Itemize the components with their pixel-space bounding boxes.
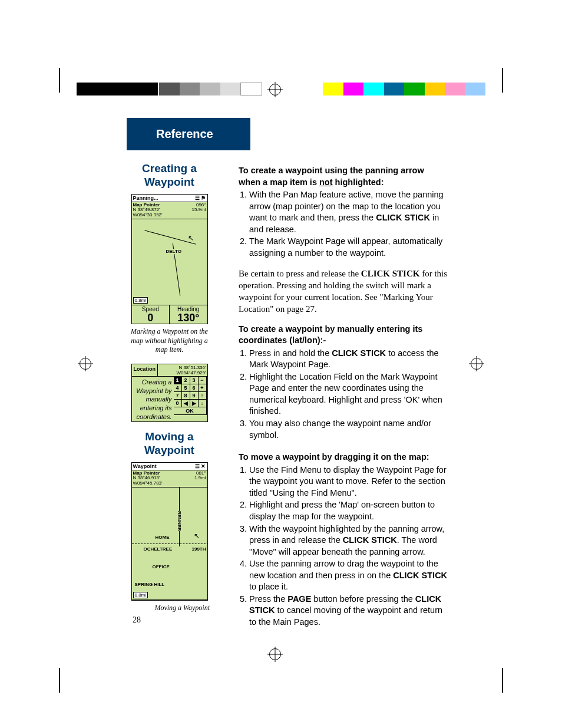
registration-mark	[471, 358, 482, 370]
paragraph-1: Be certain to press and release the CLIC…	[239, 268, 448, 315]
sidebar-heading-creating: Creating a Waypoint	[127, 162, 212, 189]
sidebar-heading-moving: Moving a Waypoint	[127, 430, 212, 457]
list-1: With the Pan Map feature active, move th…	[239, 189, 448, 259]
list-2: Press in and hold the CLICK STICK to acc…	[239, 348, 448, 442]
caption-1: Marking a Waypoint on the map without hi…	[127, 327, 212, 355]
gps-screenshot-keypad: Location N 38°51.336'W094°47.929' Creati…	[131, 364, 208, 422]
page-number: 28	[133, 615, 141, 625]
main-content: To create a waypoint using the panning a…	[239, 165, 448, 637]
caption-2: Moving a Waypoint	[127, 604, 210, 613]
registration-mark	[269, 84, 281, 95]
gps-screenshot-waypoint: Waypoint☰ ✕ Map PointerN 38°46.915'W094°…	[131, 462, 208, 601]
gps-screenshot-panning: Panning...☰ ⚑ Map PointerN 38°49.872'W09…	[131, 194, 208, 324]
registration-mark	[80, 358, 91, 370]
registration-mark	[269, 648, 281, 660]
heading-3: To move a waypoint by dragging it on the…	[239, 452, 448, 463]
section-header: Reference	[127, 118, 250, 150]
heading-2: To create a waypoint by manually enterin…	[239, 324, 448, 347]
heading-1: To create a waypoint using the panning a…	[239, 165, 448, 188]
list-3: Use the Find Menu to display the Waypoin…	[239, 465, 448, 628]
